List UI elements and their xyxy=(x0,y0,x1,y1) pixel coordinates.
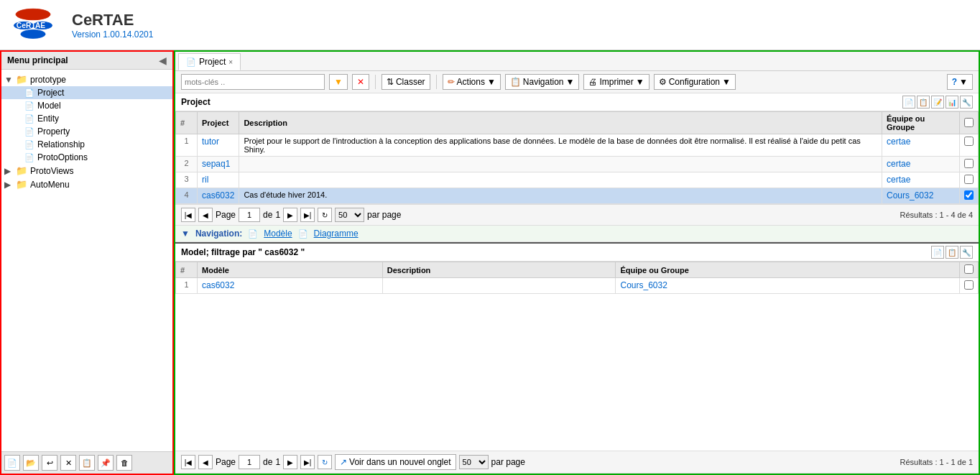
sidebar-copy-button[interactable]: 📋 xyxy=(79,455,95,471)
sidebar-open-button[interactable]: 📂 xyxy=(23,455,39,471)
lower-row-checkbox[interactable] xyxy=(964,280,974,290)
lower-tbl-icon-1[interactable]: 📄 xyxy=(931,246,944,259)
projects-table: # Project Description Équipe ou Groupe 1… xyxy=(175,111,979,204)
toolbar-right: ? ▼ xyxy=(947,74,973,90)
col-description: Description xyxy=(239,112,882,134)
separator xyxy=(375,75,376,89)
equipe-link[interactable]: certae xyxy=(887,159,910,169)
first-page-button[interactable]: |◀ xyxy=(181,208,195,222)
tbl-icon-5[interactable]: 🔧 xyxy=(960,96,973,109)
lower-page-input[interactable] xyxy=(239,455,260,469)
equipe-link[interactable]: certae xyxy=(887,137,910,147)
tbl-icon-1[interactable]: 📄 xyxy=(902,96,915,109)
refresh-button[interactable]: ↻ xyxy=(318,208,332,222)
sidebar-item-protooptions[interactable]: 📄 ProtoOptions xyxy=(1,151,172,164)
nav-modele-link[interactable]: Modèle xyxy=(264,229,292,239)
folder-icon: 📁 xyxy=(16,165,27,176)
row-checkbox[interactable] xyxy=(964,159,974,168)
sidebar-item-model[interactable]: 📄 Model xyxy=(1,99,172,112)
classer-icon: ⇅ xyxy=(387,77,394,87)
equipe-link[interactable]: Cours_6032 xyxy=(887,190,933,200)
sidebar-item-entity[interactable]: 📄 Entity xyxy=(1,112,172,125)
sidebar-undo-button[interactable]: ↩ xyxy=(42,455,57,471)
actions-button[interactable]: ✏ Actions ▼ xyxy=(443,74,501,90)
configuration-button[interactable]: ⚙ Configuration ▼ xyxy=(654,74,736,90)
row-check xyxy=(960,134,979,157)
sidebar-item-project[interactable]: 📄 Project xyxy=(1,86,172,99)
last-page-button[interactable]: ▶| xyxy=(300,208,315,222)
tbl-icon-3[interactable]: 📝 xyxy=(931,96,944,109)
table-row: 4 cas6032 Cas d'étude hiver 2014. Cours_… xyxy=(176,188,979,204)
row-num: 1 xyxy=(176,134,198,157)
tab-project[interactable]: 📄 Project × xyxy=(178,53,241,70)
classer-label: Classer xyxy=(396,77,425,87)
sidebar-item-automenu[interactable]: ▶ 📁 AutoMenu xyxy=(1,177,172,191)
lower-first-page-button[interactable]: |◀ xyxy=(181,455,195,469)
row-check xyxy=(960,172,979,188)
lower-prev-page-button[interactable]: ◀ xyxy=(198,455,213,469)
sidebar-close-button[interactable]: ◀ xyxy=(159,55,167,66)
lower-last-page-button[interactable]: ▶| xyxy=(300,455,315,469)
voir-nouvel-onglet-button[interactable]: ↗ Voir dans un nouvel onglet xyxy=(335,454,456,470)
content-inner: 📄 Project × ▼ ✕ ⇅ xyxy=(175,52,979,474)
page-icon: 📄 xyxy=(24,114,34,124)
lower-select-all-checkbox[interactable] xyxy=(964,264,974,274)
equipe-link[interactable]: certae xyxy=(887,175,910,185)
prev-page-button[interactable]: ◀ xyxy=(198,208,213,222)
classer-button[interactable]: ⇅ Classer xyxy=(382,74,430,90)
row-checkbox[interactable] xyxy=(964,190,974,200)
sidebar-item-label: ProtoViews xyxy=(30,166,73,176)
row-num: 4 xyxy=(176,188,198,204)
row-modele: cas6032 xyxy=(198,278,383,294)
page-input[interactable] xyxy=(239,208,260,222)
project-link[interactable]: ril xyxy=(202,175,208,185)
tab-label: Project xyxy=(199,57,226,67)
total-pages: 1 xyxy=(275,210,280,220)
per-page-select[interactable]: 50 100 200 xyxy=(335,208,364,222)
row-equipe: Cours_6032 xyxy=(882,188,960,204)
tab-close-button[interactable]: × xyxy=(228,58,233,66)
row-description: Cas d'étude hiver 2014. xyxy=(239,188,882,204)
upper-part: 📄 Project × ▼ ✕ ⇅ xyxy=(175,52,979,242)
navigation-button[interactable]: 📋 Navigation ▼ xyxy=(505,74,580,90)
next-page-button[interactable]: ▶ xyxy=(283,208,297,222)
row-description: Projet pour le support de l'introduction… xyxy=(239,134,882,157)
lower-refresh-button[interactable]: ↻ xyxy=(318,455,332,469)
filter-remove-button[interactable]: ✕ xyxy=(352,74,369,90)
col-project: Project xyxy=(198,112,239,134)
project-link[interactable]: tutor xyxy=(202,137,219,147)
row-checkbox[interactable] xyxy=(964,137,974,146)
sidebar-item-property[interactable]: 📄 Property xyxy=(1,125,172,138)
sidebar-item-relationship[interactable]: 📄 Relationship xyxy=(1,138,172,151)
help-button[interactable]: ? ▼ xyxy=(947,74,973,90)
sidebar-new-button[interactable]: 📄 xyxy=(4,455,20,471)
row-project: ril xyxy=(198,172,239,188)
nav-diagramme-link[interactable]: Diagramme xyxy=(314,229,359,239)
search-input[interactable] xyxy=(181,74,325,90)
tbl-icon-4[interactable]: 📊 xyxy=(946,96,958,109)
imprimer-button[interactable]: 🖨 Imprimer ▼ xyxy=(583,74,649,90)
sidebar-item-prototype[interactable]: ▼ 📁 prototype xyxy=(1,73,172,86)
sidebar-paste-button[interactable]: 📌 xyxy=(98,455,114,471)
lower-next-page-button[interactable]: ▶ xyxy=(283,455,297,469)
row-equipe: certae xyxy=(882,172,960,188)
row-checkbox[interactable] xyxy=(964,175,974,184)
lower-per-page-select[interactable]: 50 100 200 xyxy=(459,455,489,469)
upper-table-container: # Project Description Équipe ou Groupe 1… xyxy=(175,111,979,204)
tbl-icon-2[interactable]: 📋 xyxy=(917,96,930,109)
select-all-checkbox[interactable] xyxy=(964,118,974,127)
project-link[interactable]: sepaq1 xyxy=(202,159,230,169)
print-icon: 🖨 xyxy=(588,77,597,87)
modele-link[interactable]: cas6032 xyxy=(202,280,234,290)
lower-tbl-icon-2[interactable]: 📋 xyxy=(946,246,958,259)
lower-tbl-icon-3[interactable]: 🔧 xyxy=(960,246,973,259)
sidebar-delete-button[interactable]: 🗑 xyxy=(116,455,132,471)
sidebar-item-protoviews[interactable]: ▶ 📁 ProtoViews xyxy=(1,164,172,177)
lower-pagination: |◀ ◀ Page de 1 ▶ ▶| ↻ ↗ Voir dans un nou… xyxy=(175,451,979,474)
filter-button[interactable]: ▼ xyxy=(329,74,348,90)
equipe-link[interactable]: Cours_6032 xyxy=(620,280,667,290)
expand-icon: ▶ xyxy=(4,180,13,190)
project-link[interactable]: cas6032 xyxy=(202,190,234,200)
row-project: sepaq1 xyxy=(198,157,239,172)
sidebar-redo-button[interactable]: ✕ xyxy=(60,455,76,471)
